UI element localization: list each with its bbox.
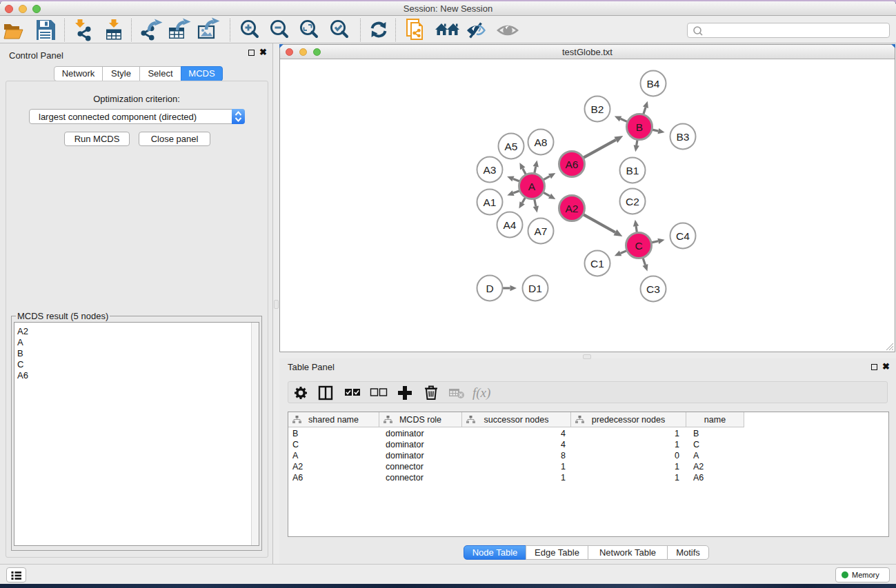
svg-text:C1: C1: [590, 258, 604, 270]
svg-text:A6: A6: [566, 159, 579, 170]
svg-text:B1: B1: [626, 165, 639, 176]
svg-text:C2: C2: [626, 196, 639, 207]
svg-text:A4: A4: [504, 219, 517, 231]
svg-text:A8: A8: [535, 136, 548, 148]
svg-text:f(x): f(x): [472, 385, 490, 401]
svg-text:C: C: [635, 240, 642, 252]
svg-text:B3: B3: [677, 131, 690, 143]
svg-text:B4: B4: [647, 78, 660, 90]
svg-text:B: B: [636, 121, 643, 133]
svg-text:B2: B2: [591, 103, 604, 115]
svg-text:C4: C4: [676, 230, 690, 242]
svg-text:A1: A1: [484, 196, 497, 208]
svg-text:D: D: [486, 283, 493, 294]
svg-text:A2: A2: [566, 203, 579, 214]
svg-text:C3: C3: [646, 283, 660, 295]
svg-text:A3: A3: [484, 164, 497, 176]
svg-text:A: A: [528, 181, 536, 192]
svg-text:A5: A5: [505, 141, 518, 152]
svg-text:D1: D1: [528, 283, 542, 294]
svg-text:A7: A7: [535, 225, 548, 237]
